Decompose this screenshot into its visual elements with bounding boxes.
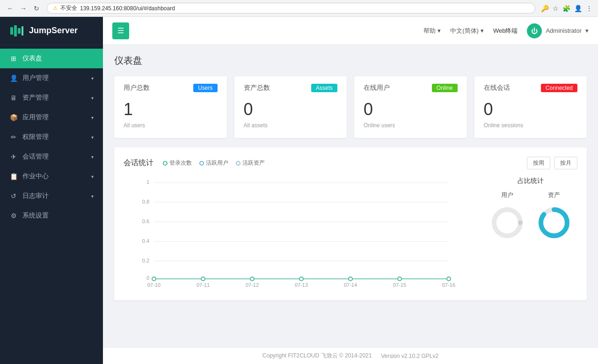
help-label: 帮助 xyxy=(423,27,436,35)
logo-icon xyxy=(9,23,24,38)
svg-text:07-14: 07-14 xyxy=(344,282,357,288)
svg-point-22 xyxy=(447,277,451,281)
asset-donut-chart xyxy=(535,204,573,241)
stat-card-header: 在线会话 Connected xyxy=(484,84,578,92)
user-donut xyxy=(489,204,526,241)
stat-sub: Online sessions xyxy=(484,122,578,129)
legend-item-active-users: 活跃用户 xyxy=(199,159,228,167)
month-button[interactable]: 按月 xyxy=(554,157,577,169)
svg-rect-3 xyxy=(22,26,23,36)
security-icon: ⚠ xyxy=(53,5,58,11)
stat-sub: All users xyxy=(124,122,218,129)
ratio-title: 占比统计 xyxy=(484,177,577,185)
menu-toggle-button[interactable]: ☰ xyxy=(112,22,129,39)
session-icon: ✈ xyxy=(9,153,18,160)
donut-charts xyxy=(484,204,577,241)
chart-right: 占比统计 用户 资产 xyxy=(484,177,577,291)
svg-text:07-16: 07-16 xyxy=(442,282,455,288)
stat-label: 用户总数 xyxy=(124,84,150,92)
svg-text:07-12: 07-12 xyxy=(246,282,259,288)
version-text: Version v2.10.2 GPLv2 xyxy=(381,353,438,359)
task-icon: 📋 xyxy=(9,173,18,180)
legend-label: 活跃用户 xyxy=(206,159,228,167)
sidebar-item-system-settings[interactable]: ⚙ 系统设置 xyxy=(0,206,103,226)
help-menu[interactable]: 帮助 ▾ xyxy=(423,27,441,35)
ratio-labels: 用户 资产 xyxy=(484,191,577,199)
footer-text: Copyright FIT2CLOUD 飞致云 © 2014-2021 xyxy=(263,352,372,360)
stat-badge-assets: Assets xyxy=(311,84,337,92)
dashboard-icon: ⊞ xyxy=(9,55,18,62)
stat-value: 0 xyxy=(244,100,338,119)
stat-value: 1 xyxy=(124,100,218,119)
admin-label: Administrator xyxy=(546,27,582,34)
sidebar-item-label: 权限管理 xyxy=(22,133,49,141)
terminal-label: Web终端 xyxy=(493,27,518,35)
sidebar: JumpServer ⊞ 仪表盘 👤 用户管理 ▾ 🖥 资产管理 ▾ 📦 应用管… xyxy=(0,17,103,364)
back-button[interactable]: ← xyxy=(6,4,15,13)
chevron-down-icon: ▾ xyxy=(91,76,94,81)
svg-rect-0 xyxy=(10,27,13,35)
sidebar-item-app-mgmt[interactable]: 📦 应用管理 ▾ xyxy=(0,108,103,127)
stat-card-header: 在线用户 Online xyxy=(364,84,458,92)
legend-item-login: 登录次数 xyxy=(163,159,192,167)
chart-left: 1 0.8 0.6 0.4 0.2 0 xyxy=(124,177,474,291)
week-button[interactable]: 按周 xyxy=(527,157,550,169)
forward-button[interactable]: → xyxy=(19,4,28,13)
admin-menu[interactable]: ⏻ Administrator ▾ xyxy=(527,23,589,38)
stat-label: 在线会话 xyxy=(484,84,510,92)
sidebar-item-label: 应用管理 xyxy=(22,113,49,122)
user-icon: 👤 xyxy=(9,74,18,82)
sidebar-item-dashboard[interactable]: ⊞ 仪表盘 xyxy=(0,49,103,68)
hamburger-icon: ☰ xyxy=(117,26,124,35)
svg-point-18 xyxy=(250,277,254,281)
chart-buttons: 按周 按月 xyxy=(527,157,577,169)
address-bar[interactable]: ⚠ 不安全 139.159.245.160:8080/ui/#/dashboar… xyxy=(47,3,535,14)
stat-card-assets: 资产总数 Assets 0 All assets xyxy=(234,76,347,138)
chevron-down-icon: ▾ xyxy=(91,115,94,120)
browser-actions: 🔑 ☆ 🧩 👤 ⋮ xyxy=(541,5,592,12)
sidebar-item-label: 资产管理 xyxy=(22,94,49,102)
page-title: 仪表盘 xyxy=(114,54,587,67)
chart-body: 1 0.8 0.6 0.4 0.2 0 xyxy=(124,177,577,291)
sidebar-item-task-center[interactable]: 📋 作业中心 ▾ xyxy=(0,167,103,186)
power-icon: ⏻ xyxy=(531,27,538,35)
sidebar-nav: ⊞ 仪表盘 👤 用户管理 ▾ 🖥 资产管理 ▾ 📦 应用管理 ▾ ✏ 权限管理 xyxy=(0,45,103,364)
audit-icon: ↺ xyxy=(9,192,18,200)
svg-text:07-13: 07-13 xyxy=(295,282,308,288)
legend-label: 登录次数 xyxy=(169,159,192,167)
stat-card-online: 在线用户 Online 0 Online users xyxy=(354,76,467,138)
chevron-down-icon: ▾ xyxy=(91,194,94,199)
chart-header: 会话统计 登录次数 活跃用户 活跃资产 xyxy=(124,157,577,169)
sidebar-item-user-mgmt[interactable]: 👤 用户管理 ▾ xyxy=(0,68,103,88)
legend-item-active-assets: 活跃资产 xyxy=(236,159,265,167)
svg-point-30 xyxy=(494,210,520,236)
svg-rect-1 xyxy=(14,25,17,36)
sidebar-logo: JumpServer xyxy=(0,17,103,45)
language-menu[interactable]: 中文(简体) ▾ xyxy=(450,27,484,35)
web-terminal-link[interactable]: Web终端 xyxy=(493,27,518,35)
chevron-down-icon: ▾ xyxy=(438,27,441,34)
sidebar-item-audit[interactable]: ↺ 日志审计 ▾ xyxy=(0,186,103,206)
legend-dot-assets xyxy=(236,161,241,166)
svg-rect-2 xyxy=(18,28,21,34)
stats-row: 用户总数 Users 1 All users 资产总数 Assets 0 All… xyxy=(114,76,587,138)
chevron-down-icon: ▾ xyxy=(91,135,94,140)
asset-donut xyxy=(535,204,573,241)
sidebar-item-label: 用户管理 xyxy=(22,74,49,82)
sidebar-item-perm-mgmt[interactable]: ✏ 权限管理 ▾ xyxy=(0,127,103,147)
chevron-down-icon: ▾ xyxy=(585,27,589,34)
stat-label: 在线用户 xyxy=(364,84,390,92)
chevron-down-icon: ▾ xyxy=(91,95,94,101)
refresh-button[interactable]: ↻ xyxy=(32,4,41,13)
svg-text:0.4: 0.4 xyxy=(142,238,149,244)
sidebar-item-session-mgmt[interactable]: ✈ 会话管理 ▾ xyxy=(0,147,103,167)
app-icon: 📦 xyxy=(9,114,18,121)
topbar: ☰ 帮助 ▾ 中文(简体) ▾ Web终端 ⏻ Admin xyxy=(103,17,598,45)
stat-sub: All assets xyxy=(244,122,338,129)
sidebar-item-asset-mgmt[interactable]: 🖥 资产管理 ▾ xyxy=(0,88,103,108)
svg-point-17 xyxy=(201,277,205,281)
sidebar-item-label: 日志审计 xyxy=(22,192,49,200)
svg-point-16 xyxy=(152,277,156,281)
topbar-right: 帮助 ▾ 中文(简体) ▾ Web终端 ⏻ Administrator ▾ xyxy=(423,23,589,38)
settings-icon: ⚙ xyxy=(9,212,18,219)
